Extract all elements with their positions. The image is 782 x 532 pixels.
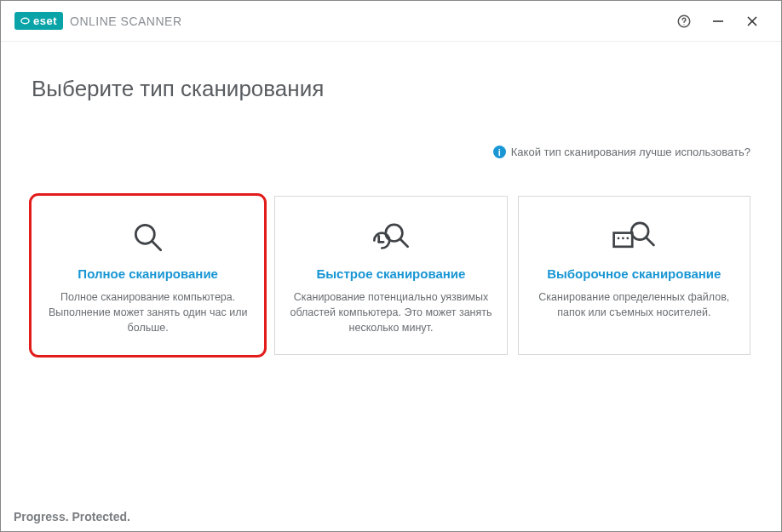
quick-scan-icon [370,214,412,261]
card-full-scan[interactable]: Полное сканирование Полное сканирование … [32,196,264,355]
help-icon [676,14,692,29]
svg-point-14 [622,237,624,240]
product-name: ONLINE SCANNER [70,14,181,28]
svg-line-7 [152,242,160,250]
help-button[interactable] [667,8,701,35]
card-quick-desc: Сканирование потенциально уязвимых облас… [287,289,494,335]
svg-rect-12 [614,233,633,247]
svg-point-2 [683,24,684,25]
hint-text: Какой тип сканирования лучше использоват… [511,146,750,158]
minimize-button[interactable] [701,8,735,35]
info-icon: i [493,146,506,158]
content-area: Выберите тип сканирования i Какой тип ск… [1,42,781,504]
card-full-desc: Полное сканирование компьютера. Выполнен… [44,289,251,335]
eset-logo: eset [14,12,63,30]
scan-type-cards: Полное сканирование Полное сканирование … [32,196,750,355]
card-custom-title: Выборочное сканирование [547,266,721,281]
scan-type-help-link[interactable]: i Какой тип сканирования лучше использов… [493,146,750,158]
svg-point-13 [618,237,620,240]
svg-line-17 [647,237,654,245]
eset-logo-text: eset [33,14,57,27]
card-custom-scan[interactable]: Выборочное сканирование Сканирование опр… [518,196,750,355]
svg-point-0 [21,18,29,23]
brand-block: eset ONLINE SCANNER [14,12,182,30]
titlebar: eset ONLINE SCANNER [1,1,781,42]
card-quick-scan[interactable]: Быстрое сканирование Сканирование потенц… [274,196,507,355]
card-quick-title: Быстрое сканирование [317,266,466,281]
svg-point-15 [627,237,630,240]
card-full-title: Полное сканирование [78,266,218,281]
close-button[interactable] [735,8,769,35]
custom-scan-icon [611,214,657,261]
svg-line-9 [400,239,408,247]
card-custom-desc: Сканирование определенных файлов, папок … [531,289,738,320]
minimize-icon [711,14,725,28]
page-title: Выберите тип сканирования [32,76,750,102]
magnifier-icon [129,214,167,261]
close-icon [745,14,759,28]
footer-tagline: Progress. Protected. [14,510,130,523]
